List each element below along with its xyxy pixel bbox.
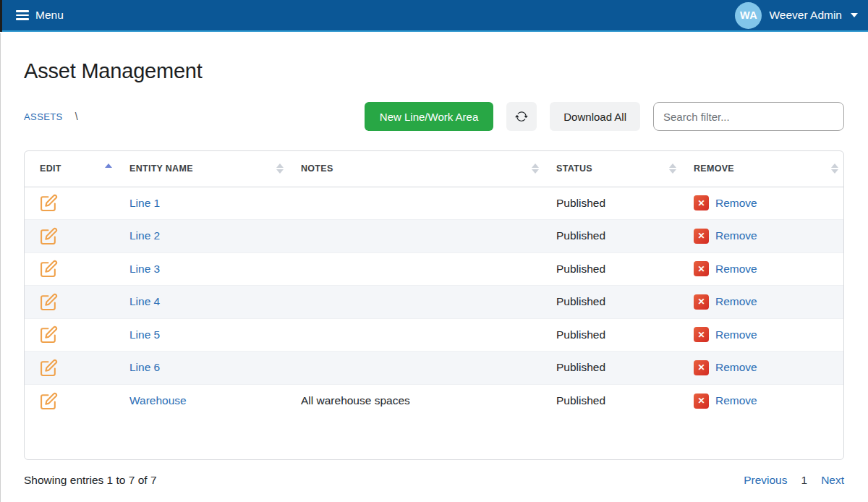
edit-icon [40, 326, 58, 344]
toolbar: New Line/Work Area Download All [365, 102, 844, 131]
menu-toggle[interactable]: Menu [16, 9, 64, 22]
entity-name-link[interactable]: Line 4 [129, 295, 160, 307]
edit-button[interactable] [40, 326, 58, 344]
table-header-row: EDIT ENTITY NAME NOTES STATUS REMOVE [25, 151, 843, 187]
remove-x-icon: ✕ [694, 294, 709, 310]
search-input[interactable] [653, 102, 844, 131]
entity-status: Published [556, 384, 694, 417]
page-title: Asset Management [24, 59, 844, 83]
entity-status: Published [556, 286, 694, 319]
showing-entries: Showing entries 1 to 7 of 7 [24, 474, 157, 487]
entity-name-link[interactable]: Line 3 [129, 263, 160, 275]
edit-button[interactable] [40, 227, 58, 245]
table-row: Line 1Published✕Remove [25, 187, 843, 220]
remove-button[interactable]: ✕Remove [694, 195, 843, 210]
user-menu[interactable]: WA Weever Admin [735, 2, 858, 29]
sort-icon [276, 163, 284, 174]
entity-status: Published [556, 252, 694, 286]
remove-x-icon: ✕ [694, 261, 709, 276]
entity-name-link[interactable]: Line 1 [129, 197, 160, 209]
sort-ascending-icon [105, 163, 112, 174]
window-edge-light [0, 33, 1, 502]
entity-status: Published [556, 318, 694, 352]
new-line-work-area-button[interactable]: New Line/Work Area [365, 102, 493, 131]
remove-x-icon: ✕ [694, 393, 709, 409]
pagination-page-1[interactable]: 1 [801, 474, 808, 487]
edit-button[interactable] [40, 359, 58, 377]
entity-name-link[interactable]: Line 2 [129, 229, 160, 242]
table-row: Line 2Published✕Remove [25, 220, 843, 253]
remove-button[interactable]: ✕Remove [694, 229, 843, 244]
breadcrumb-assets[interactable]: ASSETS [24, 111, 63, 122]
pagination-next[interactable]: Next [821, 474, 844, 487]
assets-table: EDIT ENTITY NAME NOTES STATUS REMOVE Lin… [24, 150, 844, 460]
pagination-previous[interactable]: Previous [744, 474, 787, 487]
table-row: Line 4Published✕Remove [25, 286, 843, 319]
column-header-entity-name[interactable]: ENTITY NAME [129, 151, 301, 187]
entity-status: Published [556, 187, 694, 220]
entity-notes [301, 352, 556, 385]
edit-icon [40, 293, 58, 311]
remove-button[interactable]: ✕Remove [694, 294, 843, 310]
refresh-icon [515, 110, 528, 123]
sort-icon [532, 163, 539, 174]
entity-name-link[interactable]: Line 6 [129, 361, 160, 373]
edit-icon [40, 194, 58, 212]
pagination: Previous 1 Next [744, 474, 844, 487]
column-header-notes[interactable]: NOTES [301, 151, 556, 187]
edit-button[interactable] [40, 260, 58, 278]
sort-icon [831, 163, 838, 174]
navbar: Menu WA Weever Admin [0, 0, 868, 32]
entity-notes [301, 286, 556, 319]
edit-button[interactable] [40, 293, 58, 311]
breadcrumb: ASSETS \ [24, 111, 78, 122]
edit-button[interactable] [40, 194, 58, 212]
entity-status: Published [556, 352, 694, 385]
table-row: Line 6Published✕Remove [25, 352, 843, 385]
table-row: Line 3Published✕Remove [25, 252, 843, 286]
remove-button[interactable]: ✕Remove [694, 393, 843, 409]
remove-x-icon: ✕ [694, 195, 709, 210]
remove-x-icon: ✕ [694, 327, 709, 342]
menu-label: Menu [35, 9, 64, 22]
user-name: Weever Admin [769, 9, 842, 22]
entity-notes [301, 252, 556, 286]
column-header-edit[interactable]: EDIT [25, 151, 129, 187]
entity-notes [301, 318, 556, 352]
edit-icon [40, 392, 58, 410]
window-edge-dark [0, 0, 2, 32]
entity-status: Published [556, 220, 694, 253]
hamburger-icon [16, 10, 29, 20]
avatar: WA [735, 2, 762, 29]
main-content: Asset Management ASSETS \ New Line/Work … [0, 59, 868, 487]
entity-notes [301, 220, 556, 253]
table-row: WarehouseAll warehouse spacesPublished✕R… [25, 384, 843, 417]
edit-icon [40, 260, 58, 278]
chevron-down-icon [851, 13, 858, 17]
remove-x-icon: ✕ [694, 229, 709, 244]
entity-notes: All warehouse spaces [301, 384, 556, 417]
breadcrumb-separator: \ [75, 111, 78, 122]
refresh-button[interactable] [506, 102, 537, 131]
column-header-remove[interactable]: REMOVE [694, 151, 843, 187]
entity-name-link[interactable]: Line 5 [129, 328, 160, 341]
table-row: Line 5Published✕Remove [25, 318, 843, 352]
sort-icon [669, 163, 676, 174]
remove-button[interactable]: ✕Remove [694, 261, 843, 276]
edit-icon [40, 227, 58, 245]
download-all-button[interactable]: Download All [550, 102, 640, 131]
edit-icon [40, 359, 58, 377]
remove-button[interactable]: ✕Remove [694, 360, 843, 375]
entity-name-link[interactable]: Warehouse [129, 394, 187, 407]
remove-button[interactable]: ✕Remove [694, 327, 843, 342]
remove-x-icon: ✕ [694, 360, 709, 375]
edit-button[interactable] [40, 392, 58, 410]
entity-notes [301, 187, 556, 220]
column-header-status[interactable]: STATUS [556, 151, 694, 187]
